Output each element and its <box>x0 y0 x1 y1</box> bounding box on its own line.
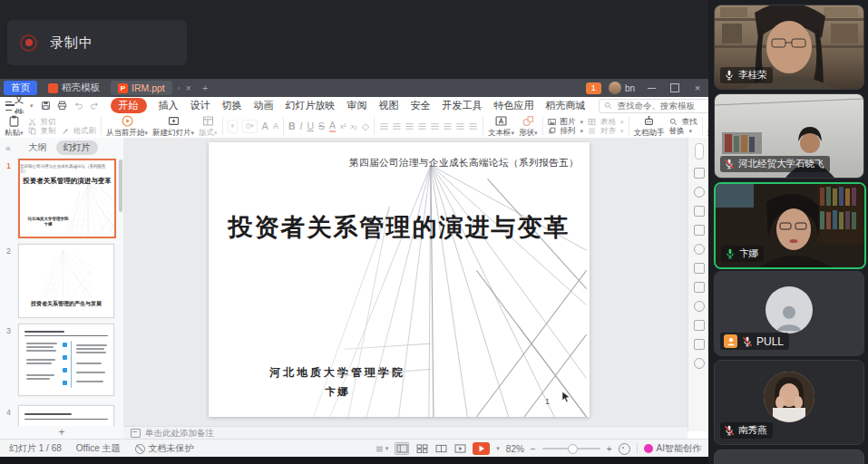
textbox-button[interactable]: 文本框▾ <box>488 115 514 138</box>
menu-item-home[interactable]: 开始 <box>111 98 147 113</box>
font-size-select[interactable]: 0▾ <box>242 120 258 133</box>
reading-view-button[interactable] <box>434 443 447 454</box>
indent-decrease-icon[interactable] <box>455 121 465 131</box>
normal-view-button[interactable] <box>395 442 409 455</box>
save-icon[interactable] <box>41 101 51 111</box>
subscript-button[interactable]: x₂ <box>351 122 357 130</box>
slide-thumbnail-4[interactable] <box>18 405 114 426</box>
rail-tool-icon[interactable] <box>694 206 705 217</box>
theme-name[interactable]: Office 主题 <box>76 442 121 455</box>
paste-button[interactable]: 粘贴▾ <box>5 115 24 138</box>
rail-tool-icon[interactable] <box>694 358 705 369</box>
underline-button[interactable]: U <box>307 121 314 131</box>
menu-item-review[interactable]: 审阅 <box>347 99 367 112</box>
play-slideshow-button[interactable] <box>473 442 490 455</box>
shape-button[interactable]: 形状▾ <box>519 115 538 138</box>
rail-tool-icon[interactable] <box>694 282 705 293</box>
menu-item-transition[interactable]: 切换 <box>222 99 242 112</box>
tab-close-icon[interactable]: × <box>186 82 191 93</box>
window-close-button[interactable]: × <box>687 82 708 93</box>
menu-item-slideshow[interactable]: 幻灯片放映 <box>286 99 336 112</box>
participant-tile[interactable]: 卞娜 <box>714 182 866 269</box>
notification-badge[interactable]: 1 <box>586 82 601 94</box>
play-from-current-button[interactable]: 从当前开始▾ <box>106 115 148 138</box>
new-tab-button[interactable]: + <box>202 82 208 93</box>
menu-item-view[interactable]: 视图 <box>379 99 399 112</box>
menu-item-insert[interactable]: 插入 <box>159 99 179 112</box>
status-menu-button[interactable]: ▾ <box>375 445 389 453</box>
participant-tile[interactable]: 河北经贸大学石晓飞 <box>714 93 864 179</box>
cut-button[interactable]: 剪切 <box>28 118 97 126</box>
panel-collapse-icon[interactable]: « <box>5 143 11 153</box>
zoom-out-button[interactable]: − <box>531 444 536 454</box>
ai-assistant-chip[interactable]: AI智能创作 <box>644 442 701 455</box>
doc-assistant-button[interactable]: 文档助手 <box>634 115 665 137</box>
print-icon[interactable] <box>57 101 67 111</box>
zoom-slider-knob[interactable] <box>568 444 578 454</box>
search-input[interactable] <box>616 100 717 111</box>
menu-item-animation[interactable]: 动画 <box>254 99 274 112</box>
numbered-list-icon[interactable] <box>392 121 402 131</box>
rail-tool-icon[interactable] <box>694 244 705 255</box>
menu-item-featured-apps[interactable]: 特色应用 <box>494 99 534 112</box>
slide-sorter-button[interactable] <box>415 443 428 454</box>
slide-thumbnail-2[interactable]: 投资者关系管理的产生与发展 <box>18 244 114 318</box>
slide-thumbnail-1[interactable]: 第四届公司治理与企业成长高端论坛（系列报告五） 投资者关系管理的演进与变革 河北… <box>18 159 116 238</box>
rail-tool-icon[interactable] <box>694 187 705 198</box>
align-left-icon[interactable] <box>405 121 414 131</box>
window-maximize-button[interactable] <box>670 83 679 92</box>
menu-item-docer-store[interactable]: 稻壳商城 <box>546 99 586 112</box>
rail-toggle[interactable] <box>695 143 704 160</box>
tab-pin-icon[interactable]: ▫ <box>178 84 180 92</box>
tab-docer[interactable]: 稻壳模板 <box>41 81 107 95</box>
align-center-icon[interactable] <box>417 121 427 131</box>
participant-tile[interactable]: 李桂荣 <box>714 5 864 90</box>
clear-format-button[interactable]: ◇ <box>362 121 369 131</box>
tab-outline[interactable]: 大纲 <box>29 141 47 154</box>
indent-increase-icon[interactable] <box>468 121 478 131</box>
participant-tile[interactable]: PULL <box>714 271 864 356</box>
find-button[interactable]: 查找 <box>669 118 697 126</box>
protection-status[interactable]: 文档未保护 <box>135 442 194 455</box>
layout-button[interactable]: 版式▾ <box>199 115 218 138</box>
zoom-in-button[interactable]: + <box>607 444 612 454</box>
bold-button[interactable]: B <box>288 121 296 131</box>
fit-to-window-icon[interactable] <box>619 443 630 455</box>
bullet-list-icon[interactable] <box>379 121 389 131</box>
window-minimize-button[interactable] <box>648 88 656 89</box>
replace-button[interactable]: 替换▾ <box>669 127 697 135</box>
menu-item-security[interactable]: 安全 <box>411 99 431 112</box>
account-name[interactable]: bn <box>625 83 635 93</box>
tab-slides[interactable]: 幻灯片 <box>56 140 98 155</box>
rail-tool-icon[interactable] <box>694 225 705 236</box>
justify-icon[interactable] <box>443 121 453 131</box>
rail-tool-icon[interactable] <box>694 263 705 274</box>
undo-icon[interactable] <box>73 101 83 111</box>
participant-tile[interactable]: 南秀燕 <box>714 360 864 445</box>
italic-button[interactable]: I <box>300 121 303 131</box>
rail-tool-icon[interactable] <box>694 168 705 179</box>
align-objects-button[interactable]: 对齐▾ <box>588 127 624 135</box>
picture-button[interactable]: 图片▾ <box>548 118 584 126</box>
menu-item-design[interactable]: 设计 <box>190 99 210 112</box>
menu-item-devtools[interactable]: 开发工具 <box>443 99 483 112</box>
participant-tile-partial[interactable] <box>714 450 864 464</box>
grow-font-button[interactable]: A <box>262 121 268 131</box>
zoom-slider[interactable] <box>542 448 600 450</box>
strikethrough-button[interactable]: S <box>318 121 325 131</box>
account-avatar[interactable] <box>609 82 621 94</box>
slideshow-view-button[interactable] <box>454 443 466 454</box>
panel-scrollbar[interactable] <box>119 160 122 212</box>
format-painter-button[interactable]: 格式刷 <box>61 127 97 135</box>
table-button[interactable]: 表格▾ <box>588 118 624 126</box>
command-search[interactable] <box>599 99 723 113</box>
current-slide[interactable]: 第四届公司治理与企业成长高端论坛（系列报告五） 投资者关系管理的演进与变革 河北… <box>209 142 590 417</box>
rail-tool-icon[interactable] <box>694 320 705 331</box>
arrange-button[interactable]: 排列▾ <box>548 127 584 135</box>
new-slide-button[interactable]: 新建幻灯片▾ <box>152 115 194 138</box>
superscript-button[interactable]: x² <box>340 122 346 130</box>
rail-tool-icon[interactable] <box>694 339 705 350</box>
add-slide-button[interactable]: + <box>0 426 123 439</box>
align-right-icon[interactable] <box>430 121 440 131</box>
copy-button[interactable]: 复制 <box>28 127 56 135</box>
